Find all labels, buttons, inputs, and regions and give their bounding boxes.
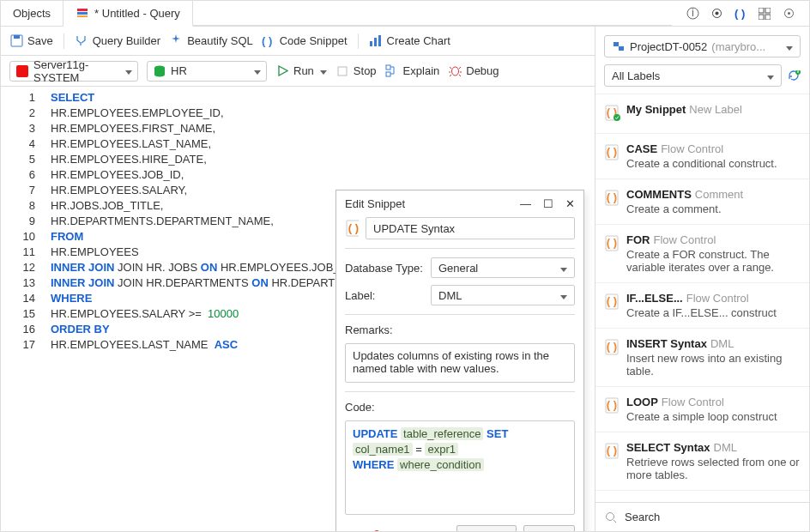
- line-number: 4: [1, 136, 35, 152]
- snippet-item[interactable]: ( )IF...ELSE...Flow ControlCreate a IF..…: [595, 283, 809, 329]
- explain-icon: [385, 64, 399, 78]
- refresh-icon[interactable]: +: [787, 69, 801, 82]
- close-icon[interactable]: ✕: [565, 197, 575, 210]
- svg-rect-11: [765, 15, 771, 20]
- line-number: 2: [1, 106, 35, 121]
- code-snippet-button[interactable]: ( ) Code Snippet: [262, 34, 348, 48]
- svg-rect-37: [619, 46, 624, 51]
- save-icon: [9, 34, 23, 48]
- line-number: 14: [1, 291, 35, 306]
- snippet-icon: ( ): [262, 34, 275, 48]
- server-combo[interactable]: Server11g-SYSTEM: [9, 61, 138, 82]
- tab-query[interactable]: * Untitled - Query: [63, 1, 193, 27]
- svg-point-23: [154, 72, 165, 76]
- snippet-item[interactable]: ( )COMMENTSCommentCreate a comment.: [595, 179, 809, 225]
- svg-text:( ): ( ): [607, 145, 617, 158]
- svg-rect-10: [759, 15, 764, 20]
- line-number: 9: [1, 214, 35, 229]
- grid-icon[interactable]: [758, 7, 771, 21]
- svg-text:( ): ( ): [607, 236, 617, 249]
- svg-text:( ): ( ): [348, 221, 359, 234]
- remarks-textarea[interactable]: Updates columns of existing rows in the …: [345, 343, 575, 383]
- stop-icon: [335, 64, 349, 78]
- querybuilder-icon: [75, 34, 88, 48]
- edit-snippet-dialog: Edit Snippet — ☐ ✕ ( ): [335, 190, 584, 531]
- snippet-item[interactable]: ( )FORFlow ControlCreate a FOR construct…: [595, 225, 809, 283]
- svg-text:i: i: [692, 7, 694, 19]
- play-icon: [275, 64, 289, 78]
- code-line[interactable]: HR.EMPLOYEES.JOB_ID,: [51, 167, 586, 183]
- sql-editor[interactable]: 1234567891011121314151617 SELECTHR.EMPLO…: [1, 87, 595, 531]
- code-line[interactable]: SELECT: [51, 90, 586, 106]
- code-line[interactable]: HR.EMPLOYEES.LAST_NAME,: [51, 136, 586, 152]
- dbtype-select[interactable]: General: [431, 257, 575, 278]
- line-number: 6: [1, 167, 35, 183]
- svg-text:+: +: [795, 69, 801, 76]
- explain-button[interactable]: Explain: [385, 64, 440, 78]
- create-chart-button[interactable]: Create Chart: [369, 34, 450, 48]
- snippet-panel-icon[interactable]: ( ): [734, 7, 747, 21]
- label-select[interactable]: DML: [431, 285, 575, 305]
- snippet-item[interactable]: ( )My SnippetNew Label: [595, 94, 809, 134]
- oracle-icon: [15, 64, 29, 78]
- snippet-panel: ProjectDT-0052 (marybro... All Labels + …: [595, 27, 809, 531]
- line-number: 1: [1, 90, 35, 106]
- save-button[interactable]: Save: [9, 34, 53, 48]
- svg-point-6: [715, 12, 718, 15]
- chart-icon: [369, 34, 383, 48]
- remove-placeholder-icon[interactable]: [366, 529, 379, 532]
- svg-rect-18: [374, 38, 377, 46]
- stop-button[interactable]: Stop: [335, 64, 377, 78]
- snippet-name-input[interactable]: [366, 217, 575, 239]
- db-icon: [153, 64, 166, 78]
- tab-label: Objects: [13, 7, 51, 20]
- svg-text:( ): ( ): [607, 294, 617, 307]
- line-number: 13: [1, 275, 35, 291]
- svg-point-57: [607, 512, 614, 520]
- sparkle-icon: [169, 34, 183, 48]
- eye-icon[interactable]: [710, 7, 723, 21]
- line-number: 16: [1, 322, 35, 337]
- search-input[interactable]: Search: [595, 502, 809, 531]
- maximize-icon[interactable]: ☐: [543, 197, 553, 210]
- snippet-item[interactable]: ( )SELECT SyntaxDMLRetrieve rows selecte…: [595, 432, 809, 491]
- label-label: Label:: [345, 289, 424, 302]
- cancel-button[interactable]: Cancel: [456, 525, 517, 531]
- svg-rect-17: [370, 41, 372, 46]
- add-placeholder-icon[interactable]: +: [345, 529, 359, 532]
- minimize-icon[interactable]: —: [520, 197, 531, 210]
- svg-rect-19: [378, 35, 381, 46]
- gear-icon[interactable]: [782, 7, 795, 21]
- svg-rect-2: [77, 15, 88, 17]
- code-line[interactable]: HR.EMPLOYEES.HIRE_DATE,: [51, 152, 586, 167]
- line-number: 12: [1, 260, 35, 275]
- query-builder-button[interactable]: Query Builder: [75, 34, 160, 48]
- tab-objects[interactable]: Objects: [1, 1, 63, 26]
- line-number: 11: [1, 245, 35, 260]
- svg-rect-20: [16, 65, 28, 77]
- svg-point-27: [451, 67, 458, 76]
- code-line[interactable]: HR.EMPLOYEES.EMPLOYEE_ID,: [51, 106, 586, 121]
- beautify-button[interactable]: Beautify SQL: [169, 34, 253, 48]
- info-icon[interactable]: i: [686, 7, 699, 21]
- code-textarea[interactable]: UPDATE table_reference SET col_name1 = e…: [345, 420, 575, 515]
- database-combo[interactable]: HR: [147, 61, 267, 82]
- debug-button[interactable]: Debug: [448, 64, 499, 78]
- project-icon: [612, 39, 626, 53]
- remarks-label: Remarks:: [345, 323, 575, 336]
- svg-point-34: [374, 530, 379, 532]
- labels-combo[interactable]: All Labels: [604, 64, 782, 87]
- save-button[interactable]: Save: [523, 525, 575, 531]
- svg-text:( ): ( ): [607, 190, 617, 203]
- snippet-icon: ( ): [345, 221, 359, 235]
- run-button[interactable]: Run: [275, 64, 327, 78]
- svg-rect-0: [77, 9, 88, 11]
- line-number: 15: [1, 306, 35, 322]
- snippet-item[interactable]: ( )INSERT SyntaxDMLInsert new rows into …: [595, 329, 809, 387]
- svg-text:+: +: [353, 529, 359, 532]
- snippet-item[interactable]: ( )LOOPFlow ControlCreate a simple loop …: [595, 387, 809, 432]
- code-line[interactable]: HR.EMPLOYEES.FIRST_NAME,: [51, 121, 586, 136]
- project-combo[interactable]: ProjectDT-0052 (marybro...: [604, 35, 801, 57]
- snippet-item[interactable]: ( )CASEFlow ControlCreate a conditional …: [595, 134, 809, 179]
- line-number: 3: [1, 121, 35, 136]
